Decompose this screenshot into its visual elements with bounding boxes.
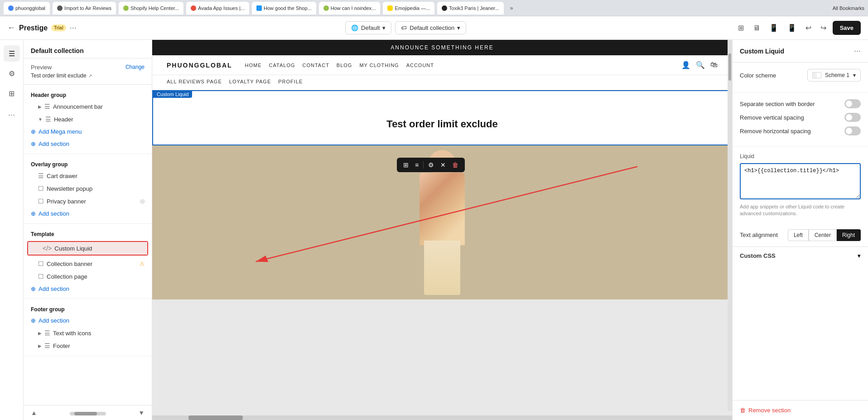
toggle-vertical[interactable] [844,113,861,122]
add-section-header[interactable]: ⊕ Add section [24,138,152,150]
scroll-up-button[interactable]: ▲ [31,409,37,416]
ftb-list-button[interactable]: ≡ [412,159,421,170]
nav-link-blog[interactable]: BLOG [337,63,352,68]
change-link[interactable]: Change [125,64,145,71]
ftb-slash-button[interactable]: ✕ [438,159,448,170]
toggle-border[interactable] [844,99,861,108]
ftb-grid-button[interactable]: ⊞ [400,159,411,170]
canvas-bottom-scrollbar[interactable] [152,415,732,420]
header-group-title: Header group [24,88,152,100]
code-icon: </> [43,245,52,252]
overlay-group: Overlay group ☰ Cart drawer ☐ Newsletter… [24,154,152,224]
canvas-scroll[interactable]: ANNOUNCE SOMETHING HERE PHUONGGLOBAL HOM… [152,40,732,415]
scheme-value: Scheme 1 [825,72,849,78]
tree-item-collection-banner[interactable]: ☐ Collection banner ⚠ [24,257,152,270]
hero-torso-pattern [420,173,465,245]
mobile-view-button[interactable]: 📱 [785,21,799,35]
add-label: Add Mega menu [39,128,82,135]
undo-button[interactable]: ↩ [803,21,814,35]
canvas-area: ANNOUNCE SOMETHING HERE PHUONGGLOBAL HOM… [152,40,732,420]
add-section-overlay[interactable]: ⊕ Add section [24,208,152,220]
tree-item-cart-drawer[interactable]: ☰ Cart drawer [24,169,152,182]
grid-view-button[interactable]: ⊞ [735,21,747,35]
tree-item-text-icons[interactable]: ▶ ☰ Text with icons [24,327,152,339]
tree-item-newsletter[interactable]: ☐ Newsletter popup [24,182,152,195]
tab-import[interactable]: Import to Air Reviews [53,2,116,14]
tabs-more-button[interactable]: » [506,3,517,13]
right-panel-more-button[interactable]: ··· [854,46,861,56]
align-left-button[interactable]: Left [788,229,809,241]
add-section-template[interactable]: ⊕ Add section [24,283,152,295]
alignment-label: Text alignment [740,232,778,238]
user-icon: 👤 [681,61,690,69]
tab-phuong[interactable]: phuongglobal [4,2,50,14]
section-title: Test order limit exclude [168,118,717,130]
plus-icon: ⊕ [31,285,36,292]
nav-link-home[interactable]: HOME [245,63,262,68]
tab-favicon-import [57,5,63,11]
nav-link-profile[interactable]: PROFILE [278,79,303,84]
liquid-textarea[interactable]: <h1>{{collection.title}}</h1> [740,163,861,199]
tree-item-collection-page[interactable]: ☐ Collection page [24,270,152,283]
default-dropdown[interactable]: 🌐 Default ▾ [345,21,391,34]
ftb-settings-button[interactable]: ⚙ [425,159,437,170]
apps-icon-button[interactable]: ⊞ [4,85,20,101]
settings-icon-button[interactable]: ⚙ [4,65,20,82]
align-right-button[interactable]: Right [837,229,861,241]
ftb-delete-button[interactable]: 🗑 [449,159,461,170]
collection-label: Default collection [410,24,454,31]
nav-link-account[interactable]: ACCOUNT [406,63,434,68]
scroll-down-button[interactable]: ▼ [138,409,145,416]
extra-icon-button[interactable]: … [4,105,20,121]
template-title: Template [24,227,152,239]
sections-icon-button[interactable]: ☰ [4,45,20,62]
add-section-footer[interactable]: ⊕ Add section [24,314,152,327]
toggle-label-vertical: Remove vertical spacing [740,114,804,121]
save-button[interactable]: Save [833,21,861,35]
custom-css-section[interactable]: Custom CSS ▾ [733,246,868,265]
tree-item-custom-liquid[interactable]: </> Custom Liquid [28,242,147,255]
nav-link-loyalty[interactable]: LOYALTY PAGE [229,79,271,84]
tree-item-footer[interactable]: ▶ ☰ Footer [24,339,152,352]
tab-toxik[interactable]: Toxik3 Paris | Jeaner... [437,2,503,14]
nav-icons: 👤 🔍 🛍 [681,61,718,69]
plus-icon: ⊕ [31,128,36,135]
tab-shopify[interactable]: Shopify Help Center... [119,2,183,14]
alignment-row: Text alignment Left Center Right [740,229,861,241]
item-label: Header [54,116,145,123]
align-center-button[interactable]: Center [809,229,837,241]
nav-link-contact[interactable]: CONTACT [303,63,329,68]
nav-link-catalog[interactable]: CATALOG [269,63,295,68]
color-scheme-select[interactable]: Scheme 1 ▾ [807,69,861,82]
visibility-icon: ◎ [140,198,145,204]
remove-section-button[interactable]: 🗑 Remove section [733,400,868,420]
tree-item-announcement-bar[interactable]: ▶ ☰ Announcement bar [24,100,152,113]
desktop-view-button[interactable]: 🖥 [750,21,763,35]
floating-toolbar: ⊞ ≡ ⚙ ✕ 🗑 [397,158,465,172]
tab-good[interactable]: How good the Shop... [252,2,316,14]
tablet-view-button[interactable]: 📱 [767,21,781,35]
tab-emoji[interactable]: Emojipedia —... [383,2,434,14]
scrollbar-thumb [728,53,731,81]
redo-button[interactable]: ↪ [818,21,829,35]
back-button[interactable]: ← [7,23,15,33]
nav-link-reviews[interactable]: ALL REVIEWS PAGE [167,79,222,84]
tab-label-good: How good the Shop... [264,5,312,11]
tab-noindex[interactable]: How can I noindex... [319,2,381,14]
nav-link-clothing[interactable]: MY CLOTHING [359,63,399,68]
canvas-scrollbar[interactable] [728,40,732,411]
tab-avada[interactable]: Avada App Issues |... [186,2,249,14]
chevron-down-icon: ▾ [858,252,861,259]
toggle-row-vertical: Remove vertical spacing [740,113,861,122]
color-scheme-row: Color scheme Scheme 1 ▾ [740,69,861,82]
color-scheme-label: Color scheme [740,72,776,79]
tree-item-privacy-banner[interactable]: ☐ Privacy banner ◎ [24,195,152,208]
collection-dropdown[interactable]: 🏷 Default collection ▾ [395,21,466,34]
tab-label-avada: Avada App Issues |... [198,5,245,11]
tree-item-header[interactable]: ▼ ☰ Header [24,113,152,126]
toggle-horizontal[interactable] [844,126,861,135]
custom-liquid-section[interactable]: Custom Liquid Test order limit exclude [152,90,732,145]
add-mega-menu[interactable]: ⊕ Add Mega menu [24,126,152,138]
browser-bar: phuongglobal Import to Air Reviews Shopi… [0,0,868,16]
topbar-more-button[interactable]: ··· [70,23,77,33]
